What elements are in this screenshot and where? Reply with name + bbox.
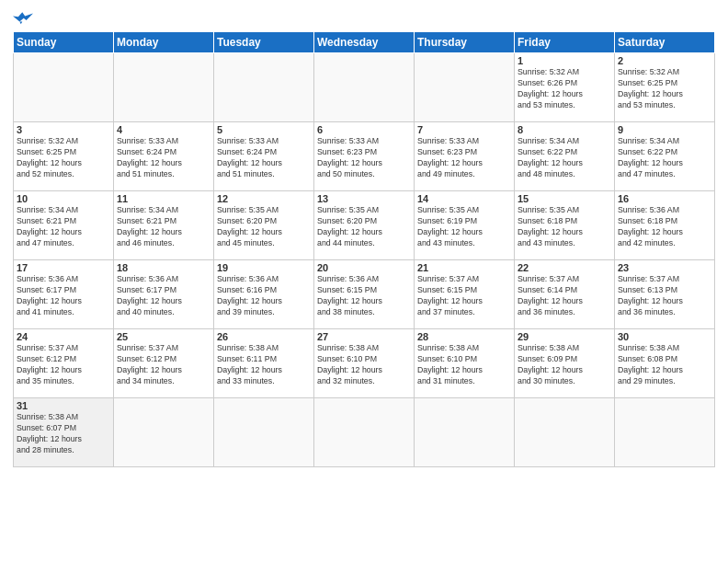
day-number: 15 bbox=[518, 193, 611, 204]
day-number: 19 bbox=[217, 262, 311, 273]
calendar-cell bbox=[415, 398, 515, 467]
calendar-cell bbox=[114, 398, 214, 467]
day-number: 5 bbox=[217, 124, 311, 135]
calendar-week-5: 24Sunrise: 5:37 AM Sunset: 6:12 PM Dayli… bbox=[14, 329, 715, 398]
calendar-body: 1Sunrise: 5:32 AM Sunset: 6:26 PM Daylig… bbox=[14, 53, 715, 467]
day-info: Sunrise: 5:37 AM Sunset: 6:14 PM Dayligh… bbox=[518, 274, 611, 318]
day-number: 6 bbox=[317, 124, 411, 135]
calendar-cell: 19Sunrise: 5:36 AM Sunset: 6:16 PM Dayli… bbox=[214, 260, 314, 329]
day-info: Sunrise: 5:37 AM Sunset: 6:13 PM Dayligh… bbox=[618, 274, 711, 318]
page: Sunday Monday Tuesday Wednesday Thursday… bbox=[0, 0, 728, 563]
calendar-cell: 16Sunrise: 5:36 AM Sunset: 6:18 PM Dayli… bbox=[615, 191, 715, 260]
day-info: Sunrise: 5:38 AM Sunset: 6:10 PM Dayligh… bbox=[417, 343, 511, 387]
calendar-header: Sunday Monday Tuesday Wednesday Thursday… bbox=[14, 32, 715, 53]
day-number: 21 bbox=[417, 262, 511, 273]
day-number: 4 bbox=[117, 124, 210, 135]
calendar-cell: 11Sunrise: 5:34 AM Sunset: 6:21 PM Dayli… bbox=[114, 191, 214, 260]
day-number: 14 bbox=[417, 193, 511, 204]
day-info: Sunrise: 5:35 AM Sunset: 6:20 PM Dayligh… bbox=[317, 205, 411, 249]
calendar-cell: 23Sunrise: 5:37 AM Sunset: 6:13 PM Dayli… bbox=[615, 260, 715, 329]
calendar-cell bbox=[415, 53, 515, 122]
day-number: 27 bbox=[317, 331, 411, 342]
day-number: 16 bbox=[618, 193, 711, 204]
calendar-week-4: 17Sunrise: 5:36 AM Sunset: 6:17 PM Dayli… bbox=[14, 260, 715, 329]
col-tuesday: Tuesday bbox=[214, 32, 314, 53]
calendar-cell: 8Sunrise: 5:34 AM Sunset: 6:22 PM Daylig… bbox=[515, 122, 615, 191]
calendar-cell bbox=[314, 53, 415, 122]
day-number: 7 bbox=[417, 124, 511, 135]
calendar-week-3: 10Sunrise: 5:34 AM Sunset: 6:21 PM Dayli… bbox=[14, 191, 715, 260]
col-wednesday: Wednesday bbox=[314, 32, 415, 53]
day-number: 13 bbox=[317, 193, 411, 204]
days-of-week-row: Sunday Monday Tuesday Wednesday Thursday… bbox=[14, 32, 715, 53]
day-info: Sunrise: 5:36 AM Sunset: 6:18 PM Dayligh… bbox=[618, 205, 711, 249]
calendar-cell: 21Sunrise: 5:37 AM Sunset: 6:15 PM Dayli… bbox=[415, 260, 515, 329]
day-info: Sunrise: 5:38 AM Sunset: 6:07 PM Dayligh… bbox=[17, 412, 110, 456]
calendar-cell: 22Sunrise: 5:37 AM Sunset: 6:14 PM Dayli… bbox=[515, 260, 615, 329]
day-number: 17 bbox=[17, 262, 110, 273]
calendar-cell: 10Sunrise: 5:34 AM Sunset: 6:21 PM Dayli… bbox=[14, 191, 114, 260]
logo bbox=[13, 9, 35, 26]
day-number: 29 bbox=[518, 331, 611, 342]
calendar-cell: 5Sunrise: 5:33 AM Sunset: 6:24 PM Daylig… bbox=[214, 122, 314, 191]
calendar-cell bbox=[214, 53, 314, 122]
calendar-cell: 3Sunrise: 5:32 AM Sunset: 6:25 PM Daylig… bbox=[14, 122, 114, 191]
day-number: 25 bbox=[117, 331, 210, 342]
calendar-cell: 25Sunrise: 5:37 AM Sunset: 6:12 PM Dayli… bbox=[114, 329, 214, 398]
day-info: Sunrise: 5:33 AM Sunset: 6:24 PM Dayligh… bbox=[117, 136, 210, 180]
day-number: 28 bbox=[417, 331, 511, 342]
day-info: Sunrise: 5:33 AM Sunset: 6:24 PM Dayligh… bbox=[217, 136, 311, 180]
calendar-cell: 18Sunrise: 5:36 AM Sunset: 6:17 PM Dayli… bbox=[114, 260, 214, 329]
day-info: Sunrise: 5:37 AM Sunset: 6:15 PM Dayligh… bbox=[417, 274, 511, 318]
calendar-cell: 4Sunrise: 5:33 AM Sunset: 6:24 PM Daylig… bbox=[114, 122, 214, 191]
calendar-cell bbox=[615, 398, 715, 467]
calendar-cell: 15Sunrise: 5:35 AM Sunset: 6:18 PM Dayli… bbox=[515, 191, 615, 260]
calendar-week-6: 31Sunrise: 5:38 AM Sunset: 6:07 PM Dayli… bbox=[14, 398, 715, 467]
logo-area bbox=[13, 9, 35, 26]
calendar-cell: 12Sunrise: 5:35 AM Sunset: 6:20 PM Dayli… bbox=[214, 191, 314, 260]
header bbox=[13, 9, 715, 26]
day-info: Sunrise: 5:36 AM Sunset: 6:17 PM Dayligh… bbox=[117, 274, 210, 318]
day-number: 22 bbox=[518, 262, 611, 273]
day-number: 8 bbox=[518, 124, 611, 135]
col-thursday: Thursday bbox=[415, 32, 515, 53]
day-info: Sunrise: 5:38 AM Sunset: 6:10 PM Dayligh… bbox=[317, 343, 411, 387]
day-info: Sunrise: 5:32 AM Sunset: 6:26 PM Dayligh… bbox=[518, 67, 611, 111]
day-info: Sunrise: 5:38 AM Sunset: 6:08 PM Dayligh… bbox=[618, 343, 711, 387]
day-info: Sunrise: 5:35 AM Sunset: 6:20 PM Dayligh… bbox=[217, 205, 311, 249]
day-info: Sunrise: 5:38 AM Sunset: 6:11 PM Dayligh… bbox=[217, 343, 311, 387]
day-number: 9 bbox=[618, 124, 711, 135]
day-info: Sunrise: 5:32 AM Sunset: 6:25 PM Dayligh… bbox=[17, 136, 110, 180]
calendar-cell: 28Sunrise: 5:38 AM Sunset: 6:10 PM Dayli… bbox=[415, 329, 515, 398]
day-info: Sunrise: 5:36 AM Sunset: 6:15 PM Dayligh… bbox=[317, 274, 411, 318]
day-number: 1 bbox=[518, 55, 611, 66]
day-info: Sunrise: 5:37 AM Sunset: 6:12 PM Dayligh… bbox=[117, 343, 210, 387]
col-monday: Monday bbox=[114, 32, 214, 53]
svg-marker-1 bbox=[19, 21, 22, 24]
day-number: 30 bbox=[618, 331, 711, 342]
day-number: 20 bbox=[317, 262, 411, 273]
col-friday: Friday bbox=[515, 32, 615, 53]
day-info: Sunrise: 5:34 AM Sunset: 6:22 PM Dayligh… bbox=[618, 136, 711, 180]
day-info: Sunrise: 5:38 AM Sunset: 6:09 PM Dayligh… bbox=[518, 343, 611, 387]
day-number: 11 bbox=[117, 193, 210, 204]
calendar-cell: 30Sunrise: 5:38 AM Sunset: 6:08 PM Dayli… bbox=[615, 329, 715, 398]
calendar-cell: 13Sunrise: 5:35 AM Sunset: 6:20 PM Dayli… bbox=[314, 191, 415, 260]
day-info: Sunrise: 5:34 AM Sunset: 6:21 PM Dayligh… bbox=[117, 205, 210, 249]
day-number: 18 bbox=[117, 262, 210, 273]
calendar-table: Sunday Monday Tuesday Wednesday Thursday… bbox=[13, 31, 715, 467]
day-info: Sunrise: 5:35 AM Sunset: 6:19 PM Dayligh… bbox=[417, 205, 511, 249]
day-info: Sunrise: 5:36 AM Sunset: 6:17 PM Dayligh… bbox=[17, 274, 110, 318]
calendar-cell: 26Sunrise: 5:38 AM Sunset: 6:11 PM Dayli… bbox=[214, 329, 314, 398]
calendar-cell: 24Sunrise: 5:37 AM Sunset: 6:12 PM Dayli… bbox=[14, 329, 114, 398]
calendar-cell: 7Sunrise: 5:33 AM Sunset: 6:23 PM Daylig… bbox=[415, 122, 515, 191]
calendar-cell: 29Sunrise: 5:38 AM Sunset: 6:09 PM Dayli… bbox=[515, 329, 615, 398]
day-number: 2 bbox=[618, 55, 711, 66]
col-saturday: Saturday bbox=[615, 32, 715, 53]
calendar-cell: 27Sunrise: 5:38 AM Sunset: 6:10 PM Dayli… bbox=[314, 329, 415, 398]
calendar-cell: 17Sunrise: 5:36 AM Sunset: 6:17 PM Dayli… bbox=[14, 260, 114, 329]
calendar-cell bbox=[515, 398, 615, 467]
calendar-cell bbox=[114, 53, 214, 122]
day-number: 10 bbox=[17, 193, 110, 204]
calendar-week-1: 1Sunrise: 5:32 AM Sunset: 6:26 PM Daylig… bbox=[14, 53, 715, 122]
